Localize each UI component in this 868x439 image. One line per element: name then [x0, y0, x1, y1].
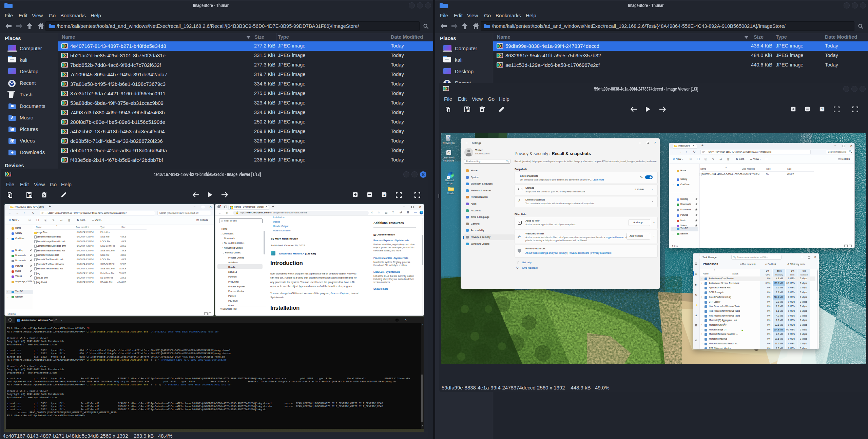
- svg-text:1: 1: [467, 110, 468, 112]
- svg-text:1: 1: [821, 108, 823, 111]
- svg-text:1: 1: [383, 193, 385, 196]
- svg-text:1: 1: [29, 195, 30, 197]
